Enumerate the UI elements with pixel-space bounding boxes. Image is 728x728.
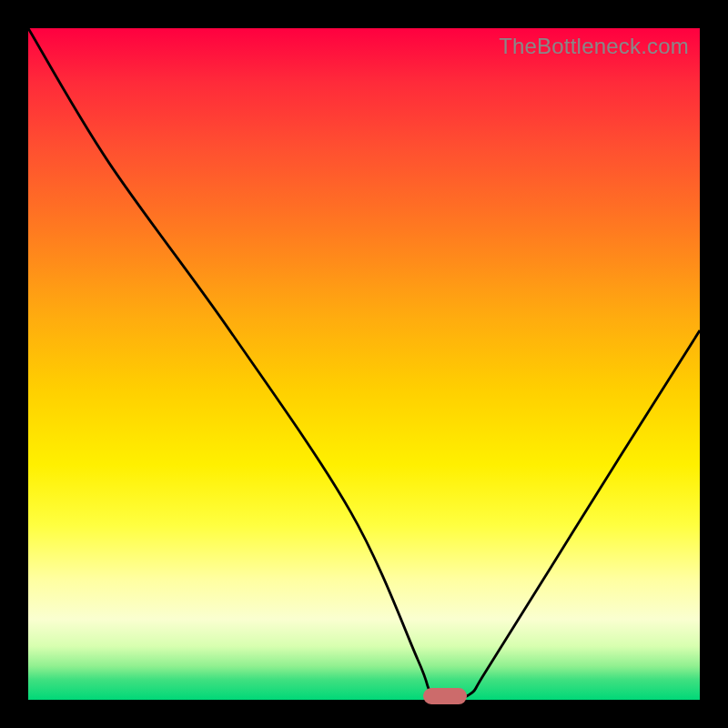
bottleneck-curve bbox=[28, 28, 700, 700]
watermark-text: TheBottleneck.com bbox=[499, 34, 689, 59]
plot-area: TheBottleneck.com bbox=[28, 28, 700, 700]
curve-path bbox=[28, 28, 700, 700]
optimal-point-marker bbox=[423, 688, 467, 704]
chart-frame: TheBottleneck.com bbox=[0, 0, 728, 728]
